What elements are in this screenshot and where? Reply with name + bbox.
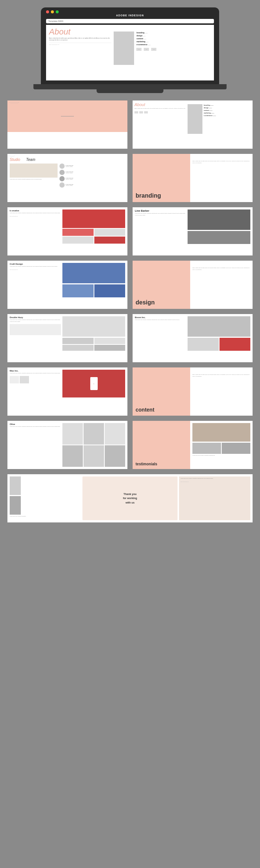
page-about-small: About Bpem, omitas haem de arditer quam,… (133, 100, 253, 149)
masinc-img-row (10, 376, 61, 383)
team-member-2: NAME SURNAME Job title / position (59, 170, 125, 175)
branding-label: branding (136, 192, 161, 199)
linebarber-img-main (188, 209, 250, 230)
craftdesign-title: Craft Design (10, 263, 61, 265)
about-title-large: About (49, 28, 111, 36)
studio-text: Lorem ipsum dolor sit amet consectetur a… (10, 179, 58, 181)
thankyou-right: Lorem ipsum dolor sit amet, consectetur … (179, 476, 250, 520)
thankyou-website: www.yourbrandhere.com (179, 481, 250, 482)
page-olive: Olive Lorem ipsum dolor sit amet, consec… (7, 421, 127, 469)
service-branding: branding —— (136, 32, 156, 34)
thankyou-left-text: Lorem ipsum dolor sit amet consectetur. (10, 516, 81, 517)
craftdesign-right (62, 263, 125, 307)
page-line-barber: Line Barber Lorem ipsum dolor sit amet, … (133, 207, 253, 255)
boominc-left: Boom Inc. Lorem ipsum dolor sit amet, co… (135, 316, 186, 360)
studio-page-num: • ——— • (10, 155, 14, 157)
studio-left-col: Lorem ipsum dolor sit amet consectetur a… (10, 164, 58, 188)
doublehazy-img-main (62, 316, 125, 337)
tab-label: Template.INDD (48, 20, 64, 22)
studio-content-area: Lorem ipsum dolor sit amet consectetur a… (10, 164, 125, 188)
olive-right (62, 423, 125, 467)
linebarber-right (188, 209, 250, 253)
bcreative-img-tl (62, 229, 93, 236)
svc-marketing: marketing —— (204, 112, 216, 114)
olive-img-4 (62, 445, 83, 467)
cover-white-area (7, 132, 127, 149)
page-double-hazy: Double Hazy Lorem ipsum dolor sit amet, … (7, 314, 127, 362)
team-member-1: NAME SURNAME Job title / position (59, 164, 125, 169)
app-title: ADOBE INDESIGN (46, 14, 214, 17)
doublehazy-text: Lorem ipsum dolor sit amet, consectetur … (10, 319, 61, 323)
page-design-section: design Bpem, omitas haem de arditer quam… (133, 261, 253, 309)
about-small-left: About Bpem, omitas haem de arditer quam,… (134, 102, 186, 147)
address-bar[interactable]: Template.INDD (46, 19, 214, 23)
thankyou-text: Thank youfor workingwith us (123, 492, 137, 505)
boominc-title: Boom Inc. (135, 316, 186, 319)
svc-branding: branding —— (204, 104, 216, 106)
team-avatar-4 (59, 182, 65, 188)
bcreative-title: b creative (10, 209, 61, 212)
masinc-left: Mas Inc. Lorem ipsum dolor sit amet, con… (10, 370, 61, 413)
doublehazy-left: Double Hazy Lorem ipsum dolor sit amet, … (10, 316, 61, 360)
testimonials-layout: testimonials Lorem ipsum dolor sit amet,… (133, 421, 253, 469)
doublehazy-grid-br (94, 345, 125, 351)
about-small-photo (188, 104, 202, 134)
page-thankyou: Lorem ipsum dolor sit amet consectetur. … (7, 474, 253, 522)
doublehazy-img-grid (62, 338, 125, 351)
content-layout: content Bpem, omitas haem de arditer qua… (133, 367, 253, 416)
about-preview: About Bpem, omitas haem de arditer quam,… (46, 25, 214, 80)
content-pink: content (133, 367, 190, 416)
olive-img-6 (105, 445, 125, 467)
team-role-3: Job title / position (66, 179, 74, 180)
bcreative-img-main (62, 209, 125, 228)
team-avatar-1 (59, 164, 65, 169)
about-right: branding —— design —— content —— marketi… (114, 28, 211, 77)
studio-image (10, 164, 58, 178)
linebarber-img-sec (188, 231, 250, 244)
craftdesign-img-left (62, 284, 93, 297)
design-label: design (136, 299, 155, 306)
page-mas-inc: Mas Inc. Lorem ipsum dolor sit amet, con… (7, 367, 127, 416)
about-small-services: branding —— design —— content —— marketi… (204, 102, 216, 147)
doublehazy-grid-bl (62, 345, 93, 351)
doublehazy-grid-tr (94, 338, 125, 344)
page-testimonials-section: testimonials Lorem ipsum dolor sit amet,… (133, 421, 253, 469)
maximize-button[interactable] (56, 10, 59, 13)
olive-img-3 (105, 423, 125, 445)
page-branding-section: branding Bpem, omitas haem de arditer qu… (133, 154, 253, 202)
boominc-img-row (188, 338, 250, 351)
boominc-img-main (188, 316, 250, 337)
testimonials-photo-sm1 (192, 443, 221, 454)
craftdesign-footer: www.yourbrandhere.com (10, 269, 61, 270)
craftdesign-layout: Craft Design Lorem ipsum dolor sit amet,… (7, 261, 127, 309)
testimonials-photo-main (192, 423, 250, 442)
team-role-4: Job title / position (66, 185, 74, 186)
testimonials-text: Lorem ipsum dolor sit amet, consectetur … (192, 455, 250, 457)
boominc-layout: Boom Inc. Lorem ipsum dolor sit amet, co… (133, 314, 253, 362)
branding-layout: branding Bpem, omitas haem de arditer qu… (133, 154, 253, 202)
olive-layout: Olive Lorem ipsum dolor sit amet, consec… (7, 421, 127, 469)
close-button[interactable] (46, 10, 49, 13)
page-boom-inc: Boom Inc. Lorem ipsum dolor sit amet, co… (133, 314, 253, 362)
bcreative-footer: www.yourbrandhere.com (10, 216, 61, 217)
minimize-button[interactable] (51, 10, 54, 13)
thankyou-photo1 (10, 476, 21, 495)
team-right-col: NAME SURNAME Job title / position NAME S… (59, 164, 125, 188)
bcreative-layout: b creative Lorem ipsum dolor sit amet, c… (7, 207, 127, 255)
page-b-creative: b creative Lorem ipsum dolor sit amet, c… (7, 207, 127, 255)
mac-base (33, 84, 227, 89)
team-role-1: Job title / position (66, 166, 74, 167)
boominc-text: Lorem ipsum dolor sit amet, consectetur … (135, 319, 186, 321)
page-craft-design: Craft Design Lorem ipsum dolor sit amet,… (7, 261, 127, 309)
branding-body: Bpem, omitas haem de arditer quam, quis … (192, 161, 250, 164)
about-small-logos (134, 111, 186, 113)
craftdesign-img-main (62, 263, 125, 283)
page-cover: • ——————— • (7, 100, 127, 149)
doublehazy-img-sm (10, 324, 61, 335)
page-studio-team: • ——— • Studio Team Lorem ipsum dolor si… (7, 154, 127, 202)
about-small-layout: About Bpem, omitas haem de arditer quam,… (133, 100, 253, 149)
team-info-3: NAME SURNAME Job title / position (66, 178, 74, 180)
masinc-text: Lorem ipsum dolor sit amet, consectetur … (10, 373, 61, 374)
mac-stand (97, 89, 163, 93)
craftdesign-img-row (62, 284, 125, 297)
